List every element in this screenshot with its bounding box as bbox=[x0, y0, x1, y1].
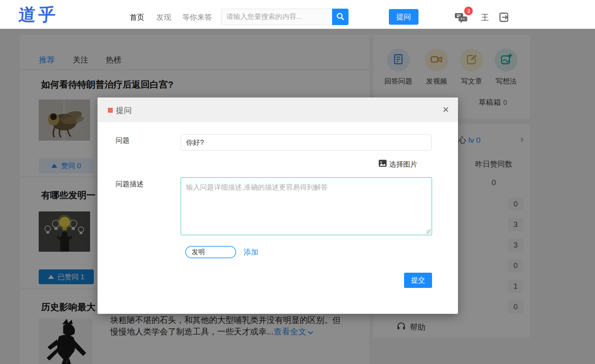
search-box bbox=[221, 9, 349, 25]
ask-question-nav-button[interactable]: 提问 bbox=[389, 9, 418, 25]
nav-link-home[interactable]: 首页 bbox=[130, 12, 144, 22]
question-title-input[interactable] bbox=[181, 134, 432, 151]
tag-input[interactable] bbox=[185, 246, 236, 258]
modal-header: 提问 × bbox=[98, 97, 458, 122]
close-icon[interactable]: × bbox=[443, 103, 449, 116]
search-input[interactable] bbox=[221, 9, 332, 25]
logout-button[interactable] bbox=[498, 12, 510, 25]
question-description-textarea[interactable] bbox=[181, 177, 432, 235]
choose-image-button[interactable]: 选择图片 bbox=[379, 160, 417, 169]
description-label: 问题描述 bbox=[116, 179, 144, 189]
nav-link-waiting-answers[interactable]: 等你来答 bbox=[182, 12, 212, 22]
site-logo[interactable]: 道乎 bbox=[18, 3, 59, 26]
add-tag-button[interactable]: 添加 bbox=[244, 247, 258, 257]
nav-link-discover[interactable]: 发现 bbox=[156, 12, 171, 22]
username-link[interactable]: 王 bbox=[481, 12, 489, 23]
message-icon bbox=[455, 18, 469, 25]
top-navbar: 道乎 首页 发现 等你来答 提问 3 王 bbox=[0, 0, 595, 29]
title-bullet-icon bbox=[108, 108, 113, 113]
picture-icon bbox=[379, 160, 387, 169]
ask-question-modal: 提问 × 问题 选择图片 问题描述 添加 提交 bbox=[98, 97, 458, 314]
search-button[interactable] bbox=[332, 9, 349, 25]
question-label: 问题 bbox=[116, 136, 130, 145]
message-count-badge: 3 bbox=[464, 7, 473, 15]
modal-title: 提问 bbox=[116, 105, 132, 116]
search-icon bbox=[336, 12, 345, 22]
submit-button[interactable]: 提交 bbox=[404, 273, 432, 288]
logout-icon bbox=[498, 17, 510, 24]
